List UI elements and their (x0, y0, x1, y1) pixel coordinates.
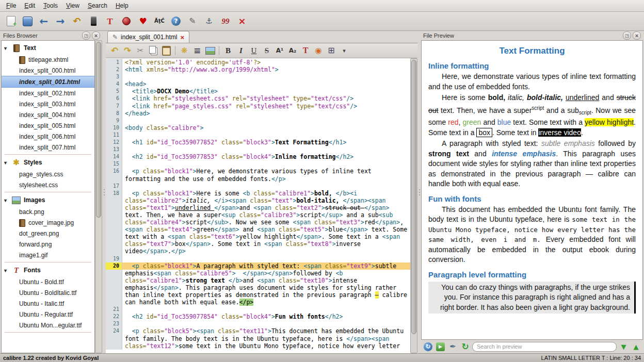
code-line[interactable]: 23 (106, 320, 410, 327)
menu-edit[interactable]: Edit (20, 1, 39, 10)
code-line[interactable]: 10<body class="calibre"> (106, 124, 410, 131)
superscript-icon[interactable]: A¹ (274, 45, 285, 56)
tab-close-icon[interactable]: × (180, 34, 184, 41)
back-icon[interactable]: ← (37, 14, 51, 28)
file-item[interactable]: cover_image.jpg (2, 217, 94, 228)
section-styles[interactable]: ▾✱Styles (2, 156, 94, 169)
file-item[interactable]: index_split_001.html (2, 76, 94, 88)
file-item[interactable]: index_split_002.html (2, 88, 94, 98)
code-line[interactable]: 3 (106, 73, 410, 80)
text-section-icon[interactable] (12, 44, 21, 53)
section-images[interactable]: ▾Images (2, 194, 94, 206)
strikethrough-icon[interactable]: S (261, 45, 272, 56)
code-line[interactable]: 5 <title>DOCX Demo</title> (106, 88, 410, 95)
code-line[interactable]: emphasis<span class="calibre5"> </span><… (106, 270, 410, 277)
font-color-icon[interactable]: T (300, 45, 311, 56)
code-line[interactable]: 1<?xml version='1.0' encoding='utf-8'?> (106, 59, 410, 66)
code-line[interactable]: 24 <p class="block5"><span class="text11… (106, 327, 410, 335)
redo-icon[interactable]: ↷ (122, 45, 133, 56)
auto-reload-icon[interactable]: ▶ (435, 341, 446, 352)
open-with-icon[interactable]: ✒ (447, 341, 458, 352)
splitter-left[interactable] (102, 31, 106, 353)
underline-icon[interactable]: U (248, 45, 260, 56)
code-line[interactable]: 11 (106, 131, 410, 139)
file-item[interactable]: Ubuntu - BoldItalic.ttf (2, 287, 94, 298)
menu-file[interactable]: File (2, 1, 20, 10)
special-characters-icon[interactable]: ĂţĆ (153, 14, 166, 28)
compose-icon[interactable]: ✎ (186, 14, 199, 28)
file-item[interactable]: index_split_003.html (2, 98, 94, 109)
code-line[interactable]: class="text1">underlined </span>and <spa… (106, 204, 410, 211)
code-line[interactable]: than inline text properties as demonstra… (106, 291, 410, 299)
cut-icon[interactable]: ✂ (135, 45, 146, 56)
file-item[interactable]: index_split_007.html (2, 142, 94, 153)
code-editor[interactable]: 1<?xml version='1.0' encoding='utf-8'?>2… (106, 58, 410, 353)
editor-scrollbar[interactable] (410, 58, 417, 353)
code-line[interactable]: formatting and the use of embedded fonts… (106, 175, 410, 183)
remove-unused-css-icon[interactable]: × (235, 14, 249, 28)
code-line[interactable]: 20 <p class="block1">A paragraph with st… (106, 262, 410, 270)
code-line[interactable]: 2<html xmlns="http://www.w3.org/1999/xht… (106, 66, 410, 73)
find-next-icon[interactable]: ▼ (618, 341, 629, 352)
search-in-preview-input[interactable] (472, 342, 617, 352)
insert-image-icon[interactable] (204, 45, 216, 56)
donate-icon[interactable]: ♥ (136, 14, 150, 28)
file-item[interactable]: image1.gif (2, 250, 94, 260)
file-item[interactable]: index_split_005.html (2, 120, 94, 131)
close-panel-icon[interactable]: × (633, 31, 641, 40)
anchor-icon[interactable]: ⚓ (202, 14, 216, 28)
chevron-down-icon[interactable]: ▾ (4, 160, 9, 166)
code-line[interactable]: 16 <p class="block1">Here, we demonstrat… (106, 168, 410, 175)
book-icon[interactable] (19, 219, 26, 226)
code-line[interactable]: 17 (106, 183, 410, 190)
table-dropdown-icon[interactable]: ▾ (339, 45, 350, 56)
file-item[interactable]: dot_green.png (2, 228, 94, 239)
book-icon[interactable] (19, 56, 26, 63)
insert-special-character-icon[interactable]: ❋ (179, 45, 190, 56)
code-line[interactable]: <span class="text4">green</span> and <sp… (106, 226, 410, 233)
section-fonts[interactable]: ▾TFonts (2, 264, 94, 276)
file-item[interactable]: page_styles.css (2, 169, 94, 179)
code-line[interactable]: class="calibre1">strong text </b>and <sp… (106, 277, 410, 284)
smarten-punctuation-icon[interactable]: 99 (219, 14, 232, 28)
insert-table-icon[interactable]: ⊞ (326, 45, 337, 56)
subscript-icon[interactable]: A₂ (287, 45, 298, 56)
code-line[interactable]: 8</head> (106, 110, 410, 117)
find-previous-icon[interactable]: ▲ (631, 341, 641, 352)
code-line[interactable]: 18 <p class="block1">Here is some <b cla… (106, 190, 410, 197)
save-icon[interactable] (21, 14, 34, 28)
help-icon[interactable]: ? (169, 14, 183, 28)
new-file-icon[interactable]: + (4, 14, 18, 28)
check-book-icon[interactable] (120, 14, 133, 28)
code-line[interactable]: 21 (106, 306, 410, 313)
code-line[interactable]: font family. The body text is in the Ubu… (106, 335, 410, 342)
code-line[interactable]: 13 (106, 146, 410, 153)
file-item[interactable]: index_split_006.html (2, 131, 94, 142)
code-line[interactable]: 22 <h2 id="id_Toc359077854" class="block… (106, 313, 410, 320)
bold-icon[interactable]: B (222, 45, 234, 56)
forward-icon[interactable]: → (54, 14, 67, 28)
code-line[interactable]: 4<head> (106, 80, 410, 88)
undo-icon[interactable]: ↶ (109, 45, 120, 56)
close-panel-icon[interactable]: × (92, 31, 100, 40)
font-size-icon[interactable]: T (103, 14, 117, 28)
code-line[interactable]: class="calibre4">script</sub>. Now we se… (106, 219, 410, 226)
menu-search[interactable]: Search (84, 1, 111, 10)
code-line[interactable]: 6 <link href="stylesheet.css" rel="style… (106, 95, 410, 102)
chevron-down-icon[interactable]: ▾ (4, 198, 9, 203)
code-line[interactable]: class="text7">box</span>. Some text in <… (106, 240, 410, 248)
file-item[interactable]: index_split_000.html (2, 65, 94, 76)
scrollbar-thumb[interactable] (411, 60, 416, 334)
undock-icon[interactable]: ◳ (82, 31, 90, 40)
menu-view[interactable]: View (62, 1, 84, 10)
code-line[interactable]: 7 <link href="page_styles.css" rel="styl… (106, 103, 410, 110)
code-line[interactable]: 12 <h1 id="id_Toc359077852" class="block… (106, 139, 410, 146)
file-item[interactable]: Ubuntu Mon...egular.ttf (2, 320, 94, 331)
view-list-icon[interactable]: ≡ (191, 45, 203, 56)
styles-section-icon[interactable]: ✱ (12, 158, 21, 167)
device-preview-icon[interactable] (87, 14, 100, 28)
code-line[interactable]: class="calibre2">italic, </i><span class… (106, 197, 410, 204)
file-item[interactable]: back.png (2, 206, 94, 217)
code-line[interactable]: text with a <span class="text6">yellow h… (106, 233, 410, 240)
file-item[interactable]: stylesheet.css (2, 179, 94, 190)
